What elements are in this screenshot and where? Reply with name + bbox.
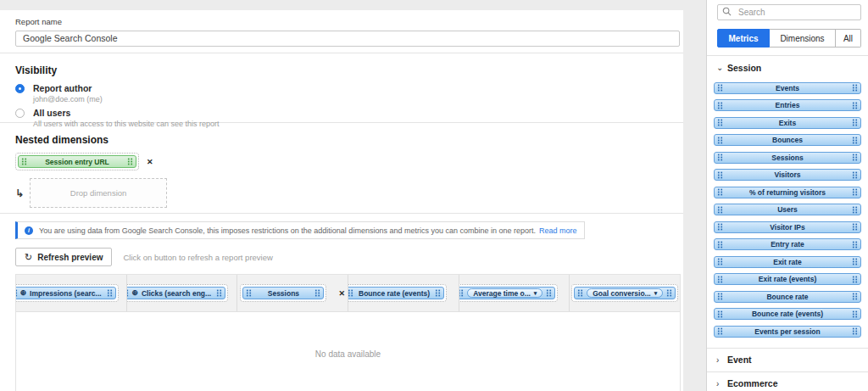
drag-handle-icon[interactable] [852,137,858,144]
drag-handle-icon[interactable] [852,188,858,196]
custom-report-editor: Report name Visibility Report author joh… [0,0,868,391]
refresh-hint: Click on button to refresh a report prev… [123,253,272,262]
dimension-chip-slot: Session entry URL [15,153,139,170]
drag-handle-icon[interactable] [16,289,18,297]
metric-chip-bounce-rate-events[interactable]: Bounce rate (events) [348,287,444,299]
drag-handle-icon[interactable] [717,154,723,161]
chevron-down-icon: ⌄ [716,63,727,72]
radio-selected-icon[interactable] [15,84,25,93]
drag-handle-icon[interactable] [852,154,858,161]
drag-handle-icon[interactable] [852,241,858,249]
metric-chip-exit-rate[interactable]: Exit rate [714,256,861,268]
refresh-preview-button[interactable]: ↻ Refresh preview [15,248,112,266]
drag-handle-icon[interactable] [21,158,27,165]
info-banner: i You are using data from Google Search … [15,221,585,239]
metric-chip-exits[interactable]: Exits [714,117,861,129]
radio-label: All users [33,108,220,118]
drag-handle-icon[interactable] [717,206,723,214]
banner-text: You are using data from Google Search Co… [39,226,536,235]
drag-handle-icon[interactable] [852,276,858,283]
metric-chip-bounces[interactable]: Bounces [714,134,861,146]
metric-chip-average-time[interactable]: Average time o... ▾ [459,287,556,299]
metric-chip-visitors[interactable]: Visitors [714,169,861,181]
drag-handle-icon[interactable] [852,327,858,335]
close-icon[interactable]: ✕ [338,289,345,298]
section-header-session[interactable]: ⌄ Session [707,56,868,79]
column-header: ⊕ Clicks (search eng... ✕ [127,275,238,311]
metric-chip-exit-rate-events[interactable]: Exit rate (events) [714,273,861,285]
drag-handle-icon[interactable] [348,289,353,297]
drag-handle-icon[interactable] [852,206,858,214]
drag-handle-icon[interactable] [852,293,858,300]
tab-dimensions[interactable]: Dimensions [770,29,836,47]
drag-handle-icon[interactable] [852,258,858,265]
tab-all[interactable]: All [836,29,861,47]
drag-handle-icon[interactable] [852,223,858,231]
metrics-sidebar: Metrics Dimensions All ⌄ Session Events … [706,0,868,391]
drag-handle-icon[interactable] [666,289,672,297]
drag-handle-icon[interactable] [127,158,133,165]
drag-handle-icon[interactable] [246,289,252,297]
preview-table-header: ⊕ Impressions (searc... ✕ ⊕ [16,275,680,312]
metric-chip-entry-rate[interactable]: Entry rate [714,238,861,250]
metric-chip-visitor-ips[interactable]: Visitor IPs [714,221,861,233]
radio-sublabel: john@doe.com (me) [33,95,103,103]
metric-chip-bounce-rate-events[interactable]: Bounce rate (events) [714,308,861,320]
chevron-down-icon: ▾ [534,290,537,297]
metric-chip-events-per-session[interactable]: Events per session [714,326,861,338]
drag-handle-icon[interactable] [717,171,723,179]
metric-dropdown[interactable]: Goal conversio... ▾ [587,288,663,298]
drag-handle-icon[interactable] [107,289,113,297]
metric-chip-clicks[interactable]: ⊕ Clicks (search eng... [127,287,225,299]
drag-handle-icon[interactable] [717,327,723,335]
section-header-ecommerce[interactable]: › Ecommerce [707,372,868,391]
drag-handle-icon[interactable] [717,241,723,249]
session-metrics-list: Events Entries Exits Bounces Sessions Vi… [707,79,868,346]
read-more-link[interactable]: Read more [539,226,577,235]
tab-metrics[interactable]: Metrics [717,29,770,47]
metric-chip-sessions[interactable]: Sessions [242,287,324,299]
dimension-drop-zone[interactable]: Drop dimension [30,178,167,208]
search-input[interactable] [717,4,861,20]
metric-chip-returning-visitors[interactable]: % of returning visitors [714,187,861,198]
metric-chip-bounce-rate[interactable]: Bounce rate [714,291,861,303]
drag-handle-icon[interactable] [546,289,552,297]
search-console-globe-icon: ⊕ [131,289,138,297]
drag-handle-icon[interactable] [717,310,723,318]
drag-handle-icon[interactable] [717,119,723,126]
metric-chip-impressions[interactable]: ⊕ Impressions (searc... [16,287,116,299]
drag-handle-icon[interactable] [717,188,723,196]
drag-handle-icon[interactable] [852,171,858,179]
drag-handle-icon[interactable] [852,119,858,126]
drag-handle-icon[interactable] [459,289,464,297]
drag-handle-icon[interactable] [577,289,583,297]
metric-chip-goal-conversion[interactable]: Goal conversio... ▾ [574,287,676,299]
visibility-option-report-author[interactable]: Report author john@doe.com (me) [15,83,683,103]
drag-handle-icon[interactable] [717,223,723,231]
radio-label: Report author [33,83,103,93]
drag-handle-icon[interactable] [717,276,723,283]
metric-chip-entries[interactable]: Entries [714,99,861,111]
drag-handle-icon[interactable] [216,289,222,297]
drag-handle-icon[interactable] [852,310,858,318]
radio-unselected-icon[interactable] [15,109,25,118]
metric-chip-events[interactable]: Events [714,82,861,94]
metric-chip-sessions[interactable]: Sessions [714,152,861,164]
drag-handle-icon[interactable] [435,289,441,297]
drag-handle-icon[interactable] [717,258,723,265]
metric-dropdown[interactable]: Average time o... ▾ [467,288,542,298]
drag-handle-icon[interactable] [852,102,858,109]
section-header-event[interactable]: › Event [707,349,868,371]
drag-handle-icon[interactable] [717,137,723,144]
drag-handle-icon[interactable] [717,102,723,109]
drag-handle-icon[interactable] [127,289,130,297]
palette-tabs: Metrics Dimensions All [717,29,861,47]
drag-handle-icon[interactable] [717,293,723,300]
report-name-input[interactable] [15,31,680,47]
drag-handle-icon[interactable] [717,84,723,92]
drag-handle-icon[interactable] [852,84,858,92]
close-icon[interactable]: ✕ [147,158,153,166]
dimension-chip-session-entry-url[interactable]: Session entry URL [18,155,136,168]
drag-handle-icon[interactable] [314,289,320,297]
metric-chip-users[interactable]: Users [714,204,861,215]
